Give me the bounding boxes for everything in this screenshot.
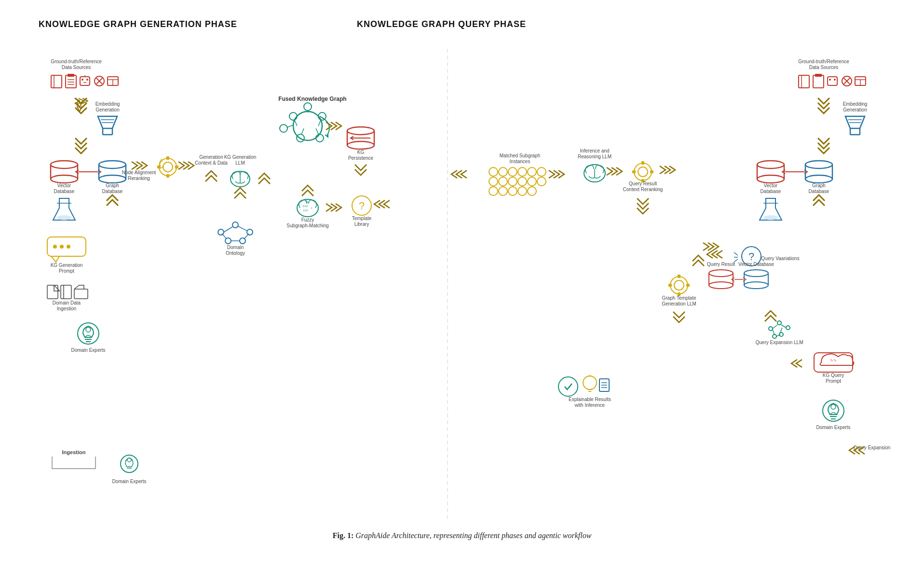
svg-rect-159	[828, 77, 837, 85]
svg-text:∿: ∿	[305, 199, 309, 204]
svg-text:∿∿: ∿∿	[830, 358, 837, 362]
svg-text:Vector Database: Vector Database	[738, 262, 774, 267]
svg-point-97	[304, 103, 312, 111]
figure-caption: Fig. 1: GraphAide Architecture, represen…	[29, 531, 895, 550]
svg-text:010: 010	[303, 204, 308, 208]
svg-point-206	[777, 321, 781, 325]
svg-point-134	[528, 177, 536, 186]
svg-point-161	[834, 79, 836, 81]
svg-text:?: ?	[359, 200, 365, 212]
svg-text:Library: Library	[354, 222, 369, 227]
svg-text:Fuzzy: Fuzzy	[301, 217, 314, 222]
svg-text:Embedding: Embedding	[843, 101, 868, 107]
svg-text:Persistence: Persistence	[348, 155, 374, 161]
svg-line-99	[318, 119, 321, 126]
svg-point-48	[159, 158, 177, 176]
svg-text:1: 1	[311, 206, 313, 210]
svg-text:Ground-truth/Reference: Ground-truth/Reference	[51, 59, 102, 64]
svg-point-136	[489, 187, 498, 195]
svg-marker-76	[51, 256, 59, 262]
svg-rect-10	[80, 77, 90, 85]
svg-text:Domain Experts: Domain Experts	[816, 425, 850, 430]
svg-line-100	[301, 128, 304, 135]
svg-text:Context Reranking: Context Reranking	[623, 187, 663, 192]
svg-text:Vector: Vector	[57, 183, 71, 188]
svg-rect-149	[632, 170, 636, 173]
svg-text:Database: Database	[761, 189, 781, 194]
svg-text:Fused Knowledge Graph: Fused Knowledge Graph	[278, 96, 346, 102]
svg-point-145	[634, 163, 652, 180]
svg-text:Ontology: Ontology	[226, 250, 245, 256]
svg-point-198	[674, 280, 684, 290]
svg-text:Generation: Generation	[199, 154, 223, 160]
svg-point-132	[508, 177, 517, 186]
svg-point-104	[347, 127, 374, 135]
left-phase-title: KNOWLEDGE GRAPH GENERATION PHASE	[39, 19, 318, 29]
svg-point-146	[638, 167, 648, 177]
svg-point-184	[805, 175, 832, 183]
svg-point-11	[82, 79, 83, 81]
svg-text:Vector: Vector	[764, 183, 778, 188]
svg-rect-201	[668, 284, 672, 287]
svg-line-65	[224, 227, 232, 232]
svg-line-213	[780, 328, 782, 333]
svg-point-197	[670, 277, 688, 294]
svg-rect-199	[678, 275, 680, 278]
svg-line-101	[316, 128, 319, 135]
svg-point-34	[51, 175, 78, 183]
svg-text:Domain Experts: Domain Experts	[112, 479, 146, 484]
svg-text:Prompt: Prompt	[826, 378, 841, 384]
svg-point-205	[769, 327, 773, 331]
svg-point-60	[218, 229, 224, 235]
svg-text:Database: Database	[54, 189, 75, 194]
svg-point-61	[232, 222, 238, 228]
svg-text:Graph: Graph	[106, 183, 119, 188]
svg-rect-158	[815, 74, 822, 77]
svg-point-12	[86, 79, 88, 81]
svg-point-62	[247, 229, 253, 235]
svg-point-125	[499, 167, 507, 176]
svg-text:Query Result: Query Result	[707, 262, 735, 267]
svg-rect-50	[166, 156, 169, 160]
svg-text:?: ?	[748, 250, 754, 263]
svg-point-225	[558, 377, 578, 396]
svg-point-240	[709, 282, 733, 289]
svg-point-237	[709, 270, 733, 277]
svg-text:Prompt: Prompt	[59, 268, 74, 274]
svg-point-181	[805, 161, 832, 168]
svg-rect-82	[74, 289, 88, 299]
svg-text:Database: Database	[102, 189, 123, 194]
svg-text:Node Alignment: Node Alignment	[122, 170, 156, 175]
svg-rect-150	[650, 170, 653, 173]
svg-point-124	[489, 167, 498, 176]
svg-text:Template: Template	[352, 216, 372, 221]
svg-point-160	[829, 79, 831, 81]
svg-rect-51	[166, 174, 169, 178]
svg-rect-53	[175, 166, 178, 168]
caption-prefix: Fig. 1:	[333, 531, 354, 540]
svg-point-74	[60, 245, 64, 249]
svg-text:Generation LLM: Generation LLM	[662, 301, 696, 306]
svg-point-45	[57, 215, 71, 220]
svg-text:KG Generation: KG Generation	[51, 263, 83, 268]
svg-line-210	[773, 325, 777, 329]
svg-line-98	[294, 119, 297, 126]
svg-text:Reasoning LLM: Reasoning LLM	[578, 154, 611, 159]
svg-point-131	[499, 177, 507, 186]
svg-text:Generation: Generation	[95, 107, 119, 112]
svg-rect-157	[813, 75, 824, 88]
svg-point-226	[583, 376, 597, 389]
svg-line-193	[734, 252, 738, 255]
svg-text:Query Vaariations: Query Vaariations	[761, 256, 799, 261]
svg-text:Embedding: Embedding	[95, 101, 120, 107]
svg-point-223	[831, 404, 836, 409]
svg-point-140	[528, 187, 536, 195]
svg-point-31	[51, 161, 78, 168]
svg-text:Generation: Generation	[843, 107, 867, 112]
svg-point-73	[53, 245, 57, 249]
svg-point-133	[518, 177, 527, 186]
svg-text:Subgraph-Matching: Subgraph-Matching	[286, 223, 328, 228]
svg-text:Graph: Graph	[812, 183, 826, 188]
svg-point-95	[316, 134, 324, 142]
svg-text:Inference and: Inference and	[580, 148, 609, 153]
